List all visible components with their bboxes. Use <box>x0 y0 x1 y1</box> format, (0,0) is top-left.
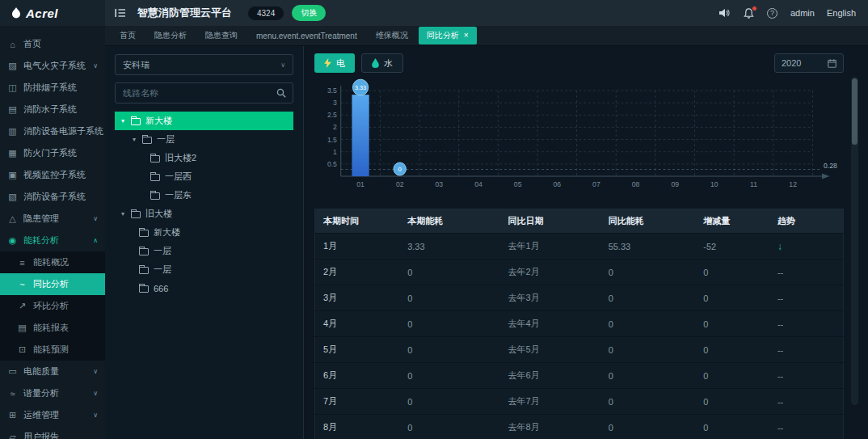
tab-维保概况[interactable]: 维保概况 <box>368 27 416 44</box>
svg-text:1: 1 <box>333 148 337 156</box>
svg-text:05: 05 <box>514 180 522 188</box>
page-title: 智慧消防管理云平台 <box>137 6 232 20</box>
folder-icon <box>150 192 160 200</box>
sidebar-item-label: 首页 <box>23 38 41 50</box>
sidebar-item-运维管理[interactable]: ⊞运维管理∨ <box>0 404 105 426</box>
sidebar-item-首页[interactable]: ⌂首页 <box>0 33 105 55</box>
chevron-down-icon: ∨ <box>93 215 98 222</box>
column-header: 同比能耗 <box>600 209 696 234</box>
trend-cell: -- <box>769 337 844 363</box>
sidebar-item-能耗概况[interactable]: ≡能耗概况 <box>0 251 105 273</box>
energy-overview-icon: ≡ <box>17 258 27 268</box>
sidebar-item-防火门子系统[interactable]: ▦防火门子系统 <box>0 142 105 164</box>
tree-node-一层[interactable]: 一层 <box>115 242 293 260</box>
sidebar-item-防排烟子系统[interactable]: ◫防排烟子系统 <box>0 77 105 99</box>
svg-text:09: 09 <box>671 180 679 188</box>
tab-隐患查询[interactable]: 隐患查询 <box>197 27 246 44</box>
table-row: 8月0去年8月00-- <box>315 415 844 439</box>
sidebar-item-同比分析[interactable]: ~同比分析 <box>0 273 105 295</box>
water-toggle-button[interactable]: 水 <box>361 53 403 73</box>
volume-icon[interactable] <box>719 8 731 18</box>
svg-text:1.5: 1.5 <box>327 135 337 143</box>
sidebar-item-label: 能耗分析 <box>23 234 59 247</box>
svg-text:02: 02 <box>396 180 404 188</box>
sidebar-item-能耗分析[interactable]: ◉能耗分析∧ <box>0 230 105 251</box>
chevron-down-icon: ∨ <box>93 390 98 397</box>
collapse-sidebar-icon[interactable] <box>115 8 126 18</box>
username[interactable]: admin <box>790 8 815 18</box>
scrollbar-thumb[interactable] <box>852 78 857 145</box>
trend-cell: -- <box>769 285 844 311</box>
tree-node-新大楼[interactable]: 新大楼 <box>115 223 293 242</box>
tree-node-新大楼[interactable]: ▾新大楼 <box>115 112 293 130</box>
trend-cell: -- <box>769 389 844 415</box>
tree-node-666[interactable]: 666 <box>115 279 293 298</box>
tree-node-一层[interactable]: ▾一层 <box>115 130 293 149</box>
tab-同比分析[interactable]: 同比分析× <box>419 27 477 44</box>
yoy-analysis-icon: ~ <box>17 280 27 289</box>
tree-node-旧大楼[interactable]: ▾旧大楼 <box>115 205 293 223</box>
hazard-management-icon: △ <box>7 213 18 224</box>
sidebar-item-能耗预测[interactable]: ⊡能耗预测 <box>0 339 105 361</box>
column-header: 增减量 <box>695 209 769 234</box>
device-tree-panel: 安科瑞 ∨ ▾新大楼▾一层旧大楼2一层西一层东▾旧大楼新大楼一层一层666 <box>105 46 304 439</box>
line-search-input[interactable] <box>116 83 270 103</box>
svg-text:2.5: 2.5 <box>327 111 337 119</box>
chevron-down-icon: ∨ <box>93 62 98 70</box>
sidebar-item-消防设备电源子系统[interactable]: ▥消防设备电源子系统 <box>0 120 105 142</box>
logo: Acrel <box>0 0 105 26</box>
sidebar-item-电能质量[interactable]: ▭电能质量∨ <box>0 361 105 382</box>
column-header: 同比日期 <box>499 209 600 234</box>
tab-首页[interactable]: 首页 <box>112 27 144 44</box>
tree-node-一层[interactable]: 一层 <box>115 260 293 279</box>
sidebar-item-label: 隐患管理 <box>23 213 59 225</box>
svg-text:2: 2 <box>333 123 337 131</box>
help-icon[interactable]: ? <box>767 8 777 19</box>
logo-text: Acrel <box>26 6 58 20</box>
sidebar-item-消防水子系统[interactable]: ▤消防水子系统 <box>0 99 105 120</box>
close-tab-icon[interactable]: × <box>464 32 469 40</box>
top-header: Acrel 智慧消防管理云平台 4324 切换 ? admin English <box>0 0 868 26</box>
sidebar-item-label: 能耗概况 <box>33 256 69 268</box>
sidebar-item-label: 环比分析 <box>33 300 69 312</box>
vertical-scrollbar[interactable] <box>851 77 858 405</box>
yoy-table-body: 1月3.33去年1月55.33-52↓2月0去年2月00--3月0去年3月00-… <box>315 234 844 439</box>
tab-label: 同比分析 <box>427 30 459 41</box>
sidebar-item-label: 能耗预测 <box>33 344 69 356</box>
fire-water-subsystem-icon: ▤ <box>7 104 18 115</box>
folder-icon <box>139 285 149 293</box>
notification-bell-icon[interactable] <box>744 8 754 19</box>
tree-node-一层东[interactable]: 一层东 <box>115 186 293 205</box>
sidebar-item-能耗报表[interactable]: ▤能耗报表 <box>0 317 105 339</box>
table-row: 4月0去年4月00-- <box>315 311 844 337</box>
org-select[interactable]: 安科瑞 ∨ <box>115 54 293 75</box>
sidebar-item-电气火灾子系统[interactable]: ▨电气火灾子系统∨ <box>0 55 105 77</box>
tree-node-label: 旧大楼2 <box>165 152 196 164</box>
sidebar-item-隐患管理[interactable]: △隐患管理∨ <box>0 208 105 230</box>
tree-node-label: 旧大楼 <box>145 208 172 220</box>
language-toggle[interactable]: English <box>827 8 856 18</box>
switch-button[interactable]: 切换 <box>292 5 326 21</box>
electric-toggle-button[interactable]: 电 <box>314 53 355 73</box>
year-picker[interactable]: 2020 <box>774 53 844 73</box>
sidebar-item-谐量分析[interactable]: ≈谐量分析∨ <box>0 382 105 404</box>
tree-node-一层西[interactable]: 一层西 <box>115 167 293 186</box>
sidebar-item-用户报告[interactable]: ▱用户报告 <box>0 426 105 439</box>
table-row: 3月0去年3月00-- <box>315 285 844 311</box>
folder-icon <box>139 248 149 255</box>
harmonic-analysis-icon: ≈ <box>7 389 18 399</box>
sidebar-item-label: 运维管理 <box>23 409 59 421</box>
tab-menu.event.eventTreatment[interactable]: menu.event.eventTreatment <box>248 28 365 44</box>
sidebar-item-消防设备子系统[interactable]: ▧消防设备子系统 <box>0 186 105 208</box>
tab-隐患分析[interactable]: 隐患分析 <box>146 27 195 44</box>
svg-text:10: 10 <box>710 180 718 188</box>
water-toggle-label: 水 <box>384 57 393 70</box>
sidebar-menu: ⌂首页▨电气火灾子系统∨◫防排烟子系统▤消防水子系统▥消防设备电源子系统▦防火门… <box>0 26 105 439</box>
folder-icon <box>142 137 152 144</box>
sidebar-item-环比分析[interactable]: ↗环比分析 <box>0 295 105 317</box>
tree-node-旧大楼2[interactable]: 旧大楼2 <box>115 149 293 167</box>
search-icon[interactable] <box>270 83 293 103</box>
sidebar-item-视频监控子系统[interactable]: ▣视频监控子系统 <box>0 164 105 186</box>
tree-node-label: 新大楼 <box>145 115 172 127</box>
notification-dot <box>752 6 757 11</box>
